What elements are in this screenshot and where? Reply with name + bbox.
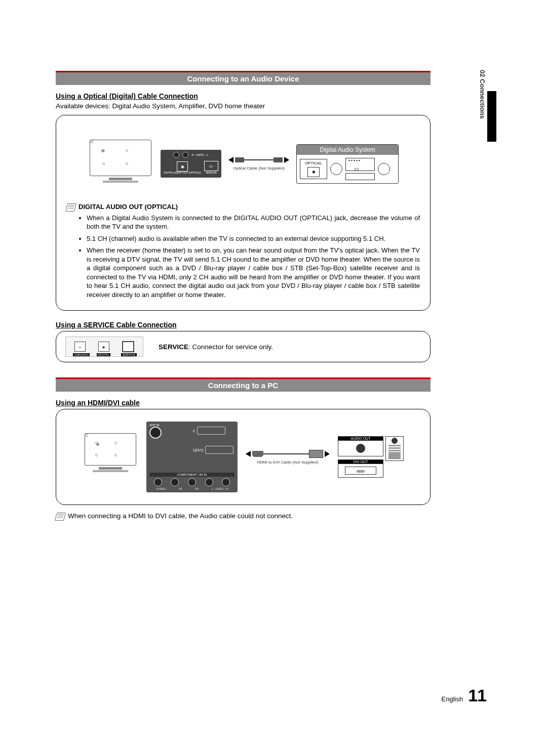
- audio-diagram-box: R – AUDIO – L ◉ DIGITAL AUDIO OUT (OPTIC…: [56, 115, 431, 311]
- bullet-2: 5.1 CH (channel) audio is available when…: [87, 234, 420, 243]
- tv-icon: [88, 140, 153, 188]
- tv-back-panel-icon-2: ANT IN 2 1(DVI) COMPONENT / AV IN: [146, 422, 238, 492]
- usb-label: USB(HDD): [73, 353, 90, 356]
- pc-diagram-box: ANT IN 2 1(DVI) COMPONENT / AV IN: [56, 409, 431, 505]
- comp-sub-2: PR: [195, 487, 199, 490]
- hdmi-1-dvi-label: 1(DVI): [193, 448, 203, 452]
- comp-sub-3: L – AUDIO – R: [211, 487, 228, 490]
- digital-audio-out-label: DIGITAL AUDIO OUT (OPTICAL): [164, 172, 201, 174]
- service-port-icon: ▭: [204, 161, 218, 171]
- pc-dvi-out-label: DVI OUT: [338, 459, 383, 464]
- hdmi-plug-icon: [252, 451, 263, 457]
- hdmi-dvi-cable-caption: HDMI to DVI Cable (Not Supplied): [257, 460, 318, 465]
- note-icon: [55, 513, 66, 521]
- pc-note-line: When connecting a HDMI to DVI cable, the…: [56, 512, 431, 520]
- side-tab: 02 Connections: [472, 70, 486, 141]
- component-bar: COMPONENT / AV IN Y/VIDEO PB PR: [149, 473, 235, 490]
- pc-icon: AUDIO OUT DVI OUT ◦▥▥▥◦: [338, 436, 404, 478]
- pc-audio-jack-icon: [356, 444, 365, 453]
- available-devices-text: Available devices: Digital Audio System,…: [56, 102, 431, 110]
- audio-jack-label: R – AUDIO – L: [191, 153, 208, 156]
- comp-sub-1: PB: [179, 487, 182, 490]
- section-header-audio: Connecting to an Audio Device: [56, 71, 431, 85]
- section-header-pc: Connecting to a PC: [56, 377, 431, 392]
- service-diagram-box: ▭USB(HDD) ◉DIGITAL ◦SERVICE SERVICE: Con…: [56, 331, 431, 362]
- note-icon: [65, 203, 76, 212]
- pc-note-text: When connecting a HDMI to DVI cable, the…: [68, 512, 293, 520]
- digital-audio-system-icon: Digital Audio System OPTICAL ◉: [296, 144, 399, 184]
- footer-page-number: 11: [468, 686, 486, 705]
- service-port-label: SERVICE: [204, 171, 218, 174]
- hdmi-2-slot-icon: [197, 427, 225, 435]
- subheading-hdmi-dvi: Using an HDMI/DVI cable: [56, 399, 431, 407]
- comp-sub-0: Y/VIDEO: [156, 487, 166, 490]
- optical-box: OPTICAL ◉: [300, 159, 327, 179]
- page-footer: English 11: [442, 686, 486, 705]
- hdmi-2-label: 2: [193, 429, 195, 433]
- digital-port-icon: ◉DIGITAL: [98, 342, 109, 352]
- pc-audio-out-label: AUDIO OUT: [338, 436, 383, 441]
- hdmi-area: 2 1(DVI): [193, 425, 233, 456]
- optical-label: OPTICAL: [302, 161, 325, 165]
- comp-jack-icon: [205, 478, 213, 486]
- pc-tower-icon: [385, 436, 404, 461]
- digital-label: DIGITAL: [97, 353, 110, 356]
- tv-icon-2: [83, 433, 138, 481]
- dvi-plug-icon: [309, 450, 323, 458]
- stereo-base-icon: [345, 173, 375, 180]
- subheading-optical: Using a Optical (Digital) Cable Connecti…: [56, 92, 431, 100]
- antenna-port-icon: [149, 427, 162, 439]
- arrow-left-icon: [246, 451, 251, 457]
- comp-jack-icon: [154, 478, 162, 486]
- service-port-panel-icon: ▭USB(HDD) ◉DIGITAL ◦SERVICE: [65, 337, 143, 357]
- speaker-right-icon: [378, 163, 390, 175]
- footer-language: English: [442, 695, 463, 703]
- speaker-left-icon: [330, 163, 342, 175]
- optical-port-icon: ◉: [177, 161, 188, 172]
- optical-cable-icon: Optical Cable (Not Supplied): [228, 157, 289, 171]
- bullet-1: When a Digital Audio System is connected…: [87, 214, 420, 231]
- ant-in-area: ANT IN: [149, 424, 162, 439]
- main-content: Connecting to an Audio Device Using a Op…: [56, 71, 431, 521]
- tv-back-panel-icon: R – AUDIO – L ◉ DIGITAL AUDIO OUT (OPTIC…: [161, 150, 221, 178]
- service-label: SERVICE: [121, 353, 136, 356]
- service-port-highlight-icon: ◦SERVICE: [122, 341, 134, 352]
- pc-dvi-port-icon: ◦▥▥▥◦: [345, 467, 376, 475]
- comp-jack-icon: [188, 478, 196, 486]
- note-heading-optical: DIGITAL AUDIO OUT (OPTICAL): [66, 203, 420, 212]
- hdmi-1-slot-icon: [205, 446, 233, 454]
- ant-in-label: ANT IN: [149, 424, 162, 427]
- usb-port-icon: ▭USB(HDD): [74, 342, 86, 352]
- note-heading-text: DIGITAL AUDIO OUT (OPTICAL): [79, 203, 178, 211]
- optical-bullets: When a Digital Audio System is connected…: [66, 214, 420, 300]
- component-label: COMPONENT / AV IN: [149, 473, 235, 477]
- optical-cable-caption: Optical Cable (Not Supplied): [233, 166, 284, 171]
- hdmi-dvi-cable-icon: HDMI to DVI Cable (Not Supplied): [246, 450, 330, 465]
- stereo-unit-icon: [345, 158, 375, 171]
- comp-jack-icon: [222, 478, 230, 486]
- bullet-3: When the receiver (home theater) is set …: [87, 246, 420, 299]
- subheading-service: Using a SERVICE Cable Connection: [56, 321, 431, 329]
- audio-system-title: Digital Audio System: [297, 145, 398, 155]
- service-text-span: Connector for service only.: [192, 343, 274, 351]
- arrow-right-icon: [325, 451, 330, 457]
- side-black-bar: [487, 91, 496, 142]
- service-text: SERVICE: Connector for service only.: [159, 343, 273, 351]
- comp-jack-icon: [171, 478, 179, 486]
